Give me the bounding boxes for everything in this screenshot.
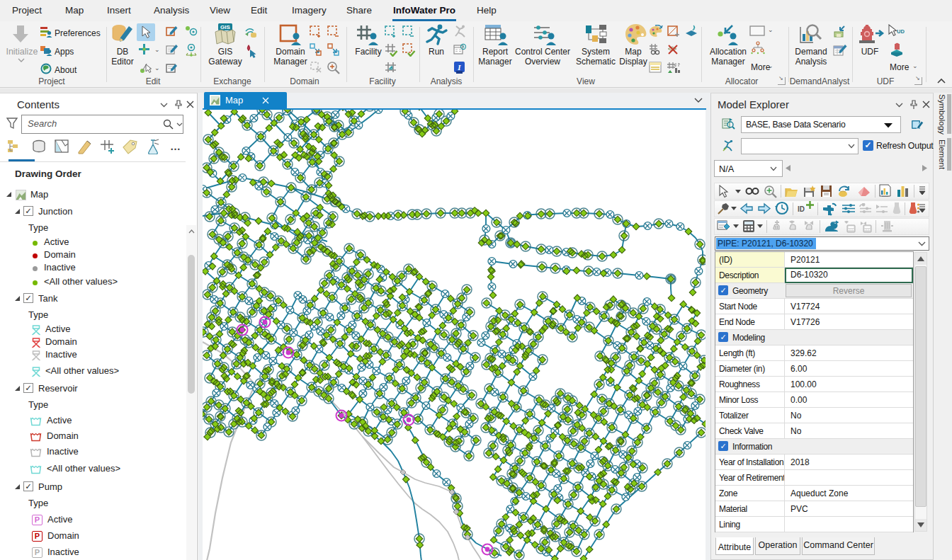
svg-text:I: I [457, 63, 461, 72]
svg-text:GIS: GIS [220, 24, 230, 30]
svg-text:UDF: UDF [897, 28, 905, 35]
